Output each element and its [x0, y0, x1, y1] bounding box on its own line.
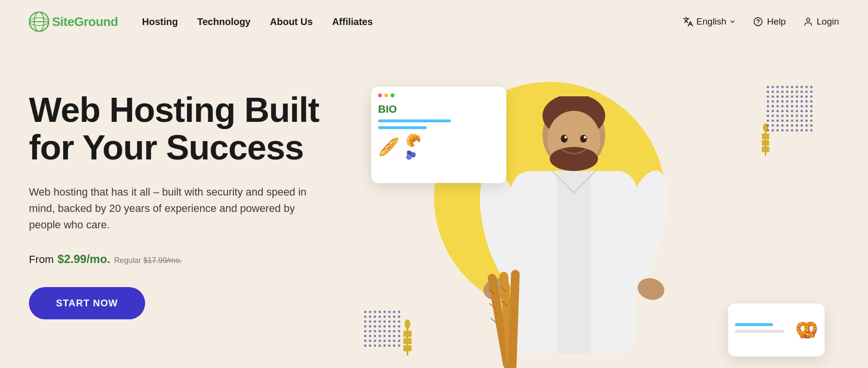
svg-point-28: [584, 136, 586, 139]
login-label: Login: [817, 16, 840, 27]
bio-label: BIO: [378, 103, 500, 116]
dots-bottom-left-grid: [364, 311, 400, 347]
pretzel-icon: 🥨: [795, 319, 818, 341]
svg-point-6: [806, 18, 810, 22]
browser-dots: [378, 93, 500, 97]
login-link[interactable]: Login: [803, 16, 840, 27]
language-label: English: [696, 16, 726, 27]
logo[interactable]: SiteGround: [29, 12, 118, 32]
user-icon: [803, 17, 813, 26]
svg-point-27: [565, 136, 567, 139]
price-regular: Regular $17.99/mo.: [114, 256, 182, 265]
language-selector[interactable]: English: [683, 16, 736, 27]
berry-icon: 🫐: [406, 150, 421, 160]
browser-dot-red: [378, 93, 382, 97]
croissant-icon: 🥐: [406, 133, 421, 148]
browser-dot-green: [391, 93, 394, 97]
nav-affiliates[interactable]: Affiliates: [332, 16, 373, 27]
mobile-line-gray: [735, 330, 784, 333]
nav-right: English Help Login: [683, 16, 839, 27]
bio-line-2: [378, 126, 427, 129]
chevron-down-icon: [729, 18, 736, 25]
svg-point-36: [405, 319, 410, 329]
hero-section: Web Hosting Built for Your Success Web h…: [0, 43, 868, 368]
svg-point-10: [550, 147, 598, 171]
siteground-logo-icon: [29, 12, 49, 32]
browser-dot-yellow: [384, 93, 388, 97]
translate-icon: [683, 16, 693, 27]
nav-technology[interactable]: Technology: [197, 16, 251, 27]
help-icon: [753, 17, 763, 26]
hero-subtitle: Web hosting that has it all – built with…: [29, 184, 328, 233]
price-value: $2.99/mo.: [57, 252, 110, 266]
hero-price: From $2.99/mo. Regular $17.99/mo.: [29, 252, 357, 266]
navbar: SiteGround Hosting Technology About Us A…: [0, 0, 868, 43]
help-label: Help: [767, 16, 786, 27]
nav-about-us[interactable]: About Us: [270, 16, 313, 27]
help-link[interactable]: Help: [753, 16, 786, 27]
price-from-label: From: [29, 253, 54, 266]
hero-title: Web Hosting Built for Your Success: [29, 92, 357, 167]
dots-top-right-grid: [767, 86, 813, 131]
nav-hosting[interactable]: Hosting: [142, 16, 178, 27]
hero-visual: // Will be rendered via inline approach …: [357, 72, 839, 368]
bio-line-1: [378, 119, 451, 122]
mobile-lines: [735, 323, 789, 337]
start-now-button[interactable]: START NOW: [29, 287, 145, 319]
bread-icon: 🥖: [378, 137, 400, 157]
svg-rect-12: [557, 171, 591, 354]
hero-content: Web Hosting Built for Your Success Web h…: [29, 72, 357, 319]
bio-illustrations: 🥖 🥐 🫐: [378, 133, 500, 160]
mobile-line-blue: [735, 323, 773, 326]
mobile-card: 🥨: [728, 303, 825, 356]
logo-text: SiteGround: [52, 14, 118, 29]
browser-card: BIO 🥖 🥐 🫐: [371, 87, 506, 183]
nav-links: Hosting Technology About Us Affiliates: [142, 16, 683, 27]
svg-point-25: [561, 135, 568, 143]
svg-point-26: [580, 135, 587, 143]
